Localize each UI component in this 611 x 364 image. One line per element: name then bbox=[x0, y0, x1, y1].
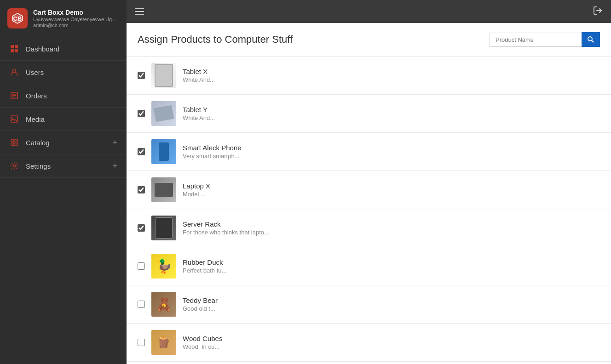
sidebar-header: CB Cart Boxx Demo Uvuvwevwevwe Onyetenye… bbox=[0, 0, 127, 37]
product-desc-teddy-bear: Good old t... bbox=[183, 305, 600, 312]
product-list: Tablet X White And... Tablet Y White And… bbox=[127, 57, 611, 362]
nav-label-catalog: Catalog bbox=[26, 139, 50, 147]
product-checkbox-laptop-x[interactable] bbox=[138, 186, 145, 193]
svg-point-14 bbox=[13, 165, 16, 167]
product-thumbnail-smart-aleck-phone bbox=[151, 139, 176, 164]
nav-plus-catalog[interactable]: + bbox=[112, 138, 117, 148]
nav-label-dashboard: Dashboard bbox=[26, 45, 59, 53]
svg-rect-12 bbox=[11, 143, 14, 146]
nav-label-settings: Settings bbox=[26, 162, 51, 170]
sidebar-item-settings[interactable]: Settings + bbox=[0, 154, 127, 178]
nav-item-left: Dashboard bbox=[9, 44, 59, 54]
product-info-teddy-bear: Teddy Bear Good old t... bbox=[183, 296, 600, 312]
nav-item-left: Catalog bbox=[9, 137, 50, 148]
list-item: Smart Aleck Phone Very smart smartph... bbox=[127, 133, 611, 171]
product-desc-rubber-duck: Perfect bath tu... bbox=[183, 267, 600, 274]
product-checkbox-tablet-x[interactable] bbox=[138, 72, 145, 79]
nav-label-users: Users bbox=[26, 68, 44, 76]
sidebar-item-catalog[interactable]: Catalog + bbox=[0, 131, 127, 154]
product-checkbox-teddy-bear[interactable] bbox=[138, 301, 145, 308]
product-info-server-rack: Server Rack For those who thinks that la… bbox=[183, 220, 600, 236]
user-full-name: Uvuvwevwevwe Onyetenyevwe Ug... bbox=[33, 16, 116, 23]
svg-rect-13 bbox=[15, 143, 17, 146]
product-desc-wood-cubes: Wood. In cu... bbox=[183, 343, 600, 350]
nav-item-left: Orders bbox=[9, 91, 47, 101]
product-thumbnail-wood-cubes bbox=[151, 330, 176, 355]
product-name-wood-cubes: Wood Cubes bbox=[183, 335, 600, 342]
user-name: Cart Boxx Demo bbox=[33, 9, 116, 16]
product-name-teddy-bear: Teddy Bear bbox=[183, 296, 600, 304]
product-desc-tablet-x: White And... bbox=[183, 76, 600, 83]
nav-item-left: Settings bbox=[9, 161, 51, 171]
product-desc-smart-aleck-phone: Very smart smartph... bbox=[183, 153, 600, 159]
logout-button[interactable] bbox=[593, 6, 603, 18]
app-logo: CB bbox=[7, 8, 28, 28]
catalog-icon bbox=[9, 137, 19, 148]
dashboard-icon bbox=[9, 44, 19, 54]
product-checkbox-tablet-y[interactable] bbox=[138, 110, 145, 117]
content-area: Assign Products to Computer Stuff Tablet… bbox=[127, 23, 611, 364]
topbar bbox=[127, 0, 611, 23]
product-desc-tablet-y: White And... bbox=[183, 114, 600, 121]
product-checkbox-server-rack[interactable] bbox=[138, 224, 145, 232]
product-thumbnail-teddy-bear bbox=[151, 292, 176, 317]
menu-toggle-button[interactable] bbox=[135, 8, 144, 15]
product-thumbnail-tablet-x bbox=[151, 63, 176, 88]
sidebar-item-orders[interactable]: Orders bbox=[0, 84, 127, 108]
list-item: Tablet Y White And... bbox=[127, 95, 611, 133]
product-checkbox-wood-cubes[interactable] bbox=[138, 339, 145, 346]
svg-rect-10 bbox=[11, 139, 14, 142]
svg-point-9 bbox=[12, 118, 14, 119]
nav-item-left: Media bbox=[9, 114, 45, 124]
product-info-smart-aleck-phone: Smart Aleck Phone Very smart smartph... bbox=[183, 144, 600, 159]
product-thumbnail-server-rack bbox=[151, 216, 176, 240]
list-item: Server Rack For those who thinks that la… bbox=[127, 209, 611, 247]
svg-rect-4 bbox=[11, 49, 14, 52]
product-desc-server-rack: For those who thinks that lapto... bbox=[183, 229, 600, 236]
svg-rect-11 bbox=[15, 139, 17, 142]
search-input[interactable] bbox=[490, 33, 582, 47]
nav-label-orders: Orders bbox=[26, 92, 47, 100]
main-area: Assign Products to Computer Stuff Tablet… bbox=[127, 0, 611, 364]
product-desc-laptop-x: Model ... bbox=[183, 191, 600, 198]
list-item: Wood Cubes Wood. In cu... bbox=[127, 324, 611, 362]
sidebar-item-dashboard[interactable]: Dashboard bbox=[0, 37, 127, 61]
product-checkbox-rubber-duck[interactable] bbox=[138, 262, 145, 270]
svg-rect-5 bbox=[15, 49, 18, 52]
list-item: Laptop X Model ... bbox=[127, 171, 611, 209]
nav-plus-settings[interactable]: + bbox=[112, 161, 117, 171]
search-bar bbox=[490, 32, 600, 47]
sidebar-item-users[interactable]: Users bbox=[0, 61, 127, 84]
product-name-server-rack: Server Rack bbox=[183, 220, 600, 228]
page-title: Assign Products to Computer Stuff bbox=[138, 34, 293, 46]
product-name-tablet-y: Tablet Y bbox=[183, 106, 600, 114]
sidebar-item-media[interactable]: Media bbox=[0, 108, 127, 131]
search-button[interactable] bbox=[582, 32, 600, 47]
product-info-tablet-y: Tablet Y White And... bbox=[183, 106, 600, 121]
product-name-tablet-x: Tablet X bbox=[183, 68, 600, 75]
sidebar: CB Cart Boxx Demo Uvuvwevwevwe Onyetenye… bbox=[0, 0, 127, 364]
product-checkbox-smart-aleck-phone[interactable] bbox=[138, 148, 145, 155]
list-item: Teddy Bear Good old t... bbox=[127, 285, 611, 324]
list-item: Tablet X White And... bbox=[127, 57, 611, 95]
orders-icon bbox=[9, 91, 19, 101]
nav-label-media: Media bbox=[26, 115, 45, 123]
list-item: Rubber Duck Perfect bath tu... bbox=[127, 247, 611, 285]
content-header: Assign Products to Computer Stuff bbox=[127, 23, 611, 57]
product-thumbnail-laptop-x bbox=[151, 177, 176, 202]
svg-rect-2 bbox=[11, 45, 14, 48]
product-name-laptop-x: Laptop X bbox=[183, 182, 600, 190]
product-thumbnail-tablet-y bbox=[151, 101, 176, 126]
product-name-rubber-duck: Rubber Duck bbox=[183, 258, 600, 266]
user-email: admin@cb.com bbox=[33, 23, 116, 28]
product-name-smart-aleck-phone: Smart Aleck Phone bbox=[183, 144, 600, 152]
user-info: Cart Boxx Demo Uvuvwevwevwe Onyetenyevwe… bbox=[33, 9, 116, 28]
users-icon bbox=[9, 67, 19, 77]
product-thumbnail-rubber-duck bbox=[151, 254, 176, 279]
product-info-tablet-x: Tablet X White And... bbox=[183, 68, 600, 83]
product-info-rubber-duck: Rubber Duck Perfect bath tu... bbox=[183, 258, 600, 274]
product-info-wood-cubes: Wood Cubes Wood. In cu... bbox=[183, 335, 600, 350]
product-info-laptop-x: Laptop X Model ... bbox=[183, 182, 600, 198]
svg-rect-3 bbox=[15, 45, 18, 48]
media-icon bbox=[9, 114, 19, 124]
